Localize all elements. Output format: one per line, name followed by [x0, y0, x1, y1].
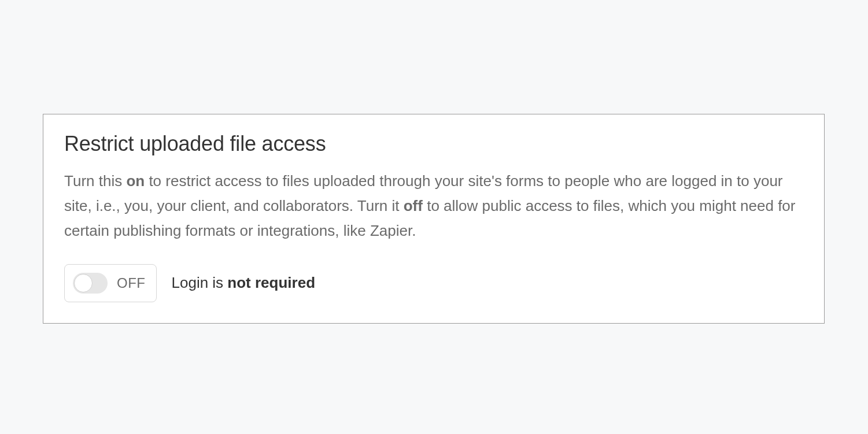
toggle-state-label: OFF — [117, 275, 146, 291]
card-title: Restrict uploaded file access — [64, 132, 803, 156]
toggle-track — [73, 273, 108, 294]
login-status-text: Login is not required — [172, 274, 316, 292]
restrict-access-toggle[interactable]: OFF — [64, 264, 157, 302]
toggle-row: OFF Login is not required — [64, 264, 803, 302]
status-prefix: Login is — [172, 274, 228, 291]
description-bold-on: on — [126, 172, 145, 190]
card-description: Turn this on to restrict access to files… — [64, 169, 803, 243]
status-bold: not required — [227, 274, 315, 291]
description-bold-off: off — [404, 197, 423, 214]
toggle-knob — [74, 274, 93, 292]
restrict-file-access-card: Restrict uploaded file access Turn this … — [43, 114, 825, 324]
description-text: Turn this — [64, 172, 126, 190]
